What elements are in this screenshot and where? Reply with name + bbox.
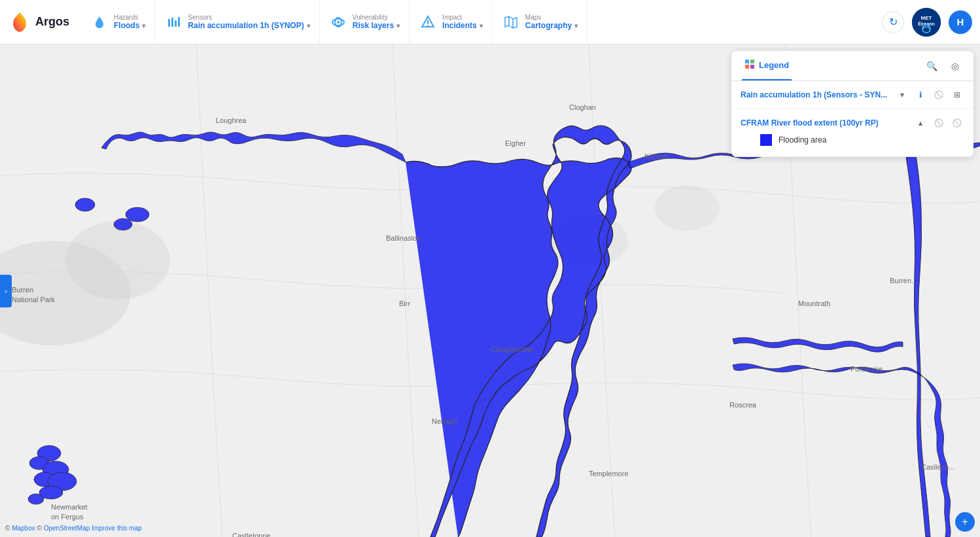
zoom-icon: + [962,516,968,528]
legend-panel: › Legend 🔍 ◎ [731,51,973,157]
impact-label: Impact [442,14,483,21]
nav-sensors[interactable]: Sensors Rain accumulation 1h (SYNOP) ▾ [155,0,319,44]
layer-rain-hide-button[interactable] [932,88,946,102]
layer-rain-chevron[interactable]: ▾ [895,88,909,102]
layer-cfram-title: CFRAM River flood extent (100yr RP) [741,118,909,128]
legend-tab-label: Legend [759,60,789,70]
sensors-icon [164,13,183,31]
sensors-value: Rain accumulation 1h (SYNOP) ▾ [188,21,309,30]
impact-text: Impact Incidents ▾ [442,14,483,30]
sensors-label: Sensors [188,14,309,21]
impact-icon [419,13,437,31]
legend-tab[interactable]: Legend [742,51,792,80]
svg-rect-33 [745,65,749,69]
map-area: Loughrea Cloghan Kilcorm... Ballinasloe … [0,44,980,537]
svg-point-6 [337,21,340,24]
svg-text:MET: MET [921,15,932,21]
hazards-label: Hazards [114,14,145,21]
layer-cfram-chevron[interactable]: ▴ [913,116,928,130]
svg-point-18 [65,221,170,300]
nav-hazards[interactable]: Hazards Floods ▾ [81,0,155,44]
layer-cfram-header: CFRAM River flood extent (100yr RP) ▴ [741,116,964,130]
svg-text:Éireann: Éireann [918,21,935,26]
svg-line-38 [936,120,941,126]
svg-rect-2 [175,20,177,27]
logo-text: Argos [35,15,69,29]
svg-rect-1 [171,18,173,27]
mapbox-link[interactable]: Mapbox [12,525,35,532]
hazards-icon [90,13,109,31]
maps-chevron-icon: ▾ [574,22,578,29]
layer-rain-table-button[interactable]: ⊞ [950,88,964,102]
legend-search-button[interactable]: 🔍 [924,58,939,74]
nav-right: ↻ MET Éireann H [882,8,972,37]
nav-vulnerability[interactable]: Vulnerability Risk layers ▾ [320,0,410,44]
svg-rect-32 [750,60,754,63]
svg-point-27 [28,494,44,504]
legend-header: Legend 🔍 ◎ [731,51,973,81]
hazards-value: Floods ▾ [114,21,145,30]
maps-label: Maps [525,14,578,21]
legend-compass-button[interactable]: ◎ [947,58,963,74]
impact-chevron-icon: ▾ [480,22,483,29]
svg-rect-3 [178,17,180,27]
svg-line-36 [936,92,941,97]
svg-rect-31 [745,60,749,63]
layer-row-rain: Rain accumulation 1h (Sensors - SYN... ▾… [731,81,973,109]
svg-line-40 [954,120,960,126]
openstreetmap-link[interactable]: OpenStreetMap [44,525,90,532]
layer-row-cfram: CFRAM River flood extent (100yr RP) ▴ [731,109,973,157]
vulnerability-icon [329,13,347,31]
maps-text: Maps Cartography ▾ [525,14,578,30]
legend-header-actions: 🔍 ◎ [924,58,963,74]
logo-area: Argos [8,10,69,34]
impact-value: Incidents ▾ [442,21,483,30]
layer-rain-info-button[interactable]: ℹ [913,88,928,102]
svg-point-29 [126,207,149,222]
maps-value: Cartography ▾ [525,21,578,30]
zoom-button[interactable]: + [955,512,975,532]
legend-icon [744,59,755,71]
chevron-right-icon: › [5,287,7,295]
svg-point-9 [427,25,429,26]
layer-cfram-extra-button[interactable] [950,116,964,130]
svg-point-20 [654,185,720,231]
met-eireann-logo: MET Éireann [912,8,941,37]
side-panel-toggle[interactable]: › [0,275,12,307]
vulnerability-chevron-icon: ▾ [396,22,400,29]
layer-rain-title: Rain accumulation 1h (Sensors - SYN... [741,90,891,99]
hazards-chevron-icon: ▾ [142,22,145,29]
flooding-color-swatch [760,134,772,146]
hazards-text: Hazards Floods ▾ [114,14,145,30]
user-avatar[interactable]: H [949,10,972,34]
map-attribution: © Mapbox © OpenStreetMap Improve this ma… [5,525,142,532]
svg-point-30 [114,218,132,230]
sensors-text: Sensors Rain accumulation 1h (SYNOP) ▾ [188,14,309,30]
vulnerability-value: Risk layers ▾ [353,21,400,30]
svg-point-28 [75,198,95,211]
svg-rect-0 [168,19,170,27]
vulnerability-text: Vulnerability Risk layers ▾ [353,14,400,30]
flooding-area-label: Flooding area [779,135,826,145]
sensors-chevron-icon: ▾ [307,22,310,29]
nav-maps[interactable]: Maps Cartography ▾ [493,0,587,44]
flooding-legend-item: Flooding area [741,130,964,150]
nav-impact[interactable]: Impact Incidents ▾ [410,0,493,44]
maps-icon [502,13,520,31]
navbar: Argos Hazards Floods ▾ Sensors [0,0,980,44]
vulnerability-label: Vulnerability [353,14,400,21]
attribution-text: © [5,525,12,532]
layer-cfram-hide-button[interactable] [932,116,946,130]
layer-cfram-icons: ▴ [913,116,964,130]
improve-map-link[interactable]: Improve this map [92,525,142,532]
refresh-button[interactable]: ↻ [882,11,904,33]
layer-rain-header: Rain accumulation 1h (Sensors - SYN... ▾… [741,88,964,102]
layer-rain-icons: ▾ ℹ ⊞ [895,88,964,102]
svg-rect-34 [750,65,754,69]
argos-logo-icon [8,10,31,34]
